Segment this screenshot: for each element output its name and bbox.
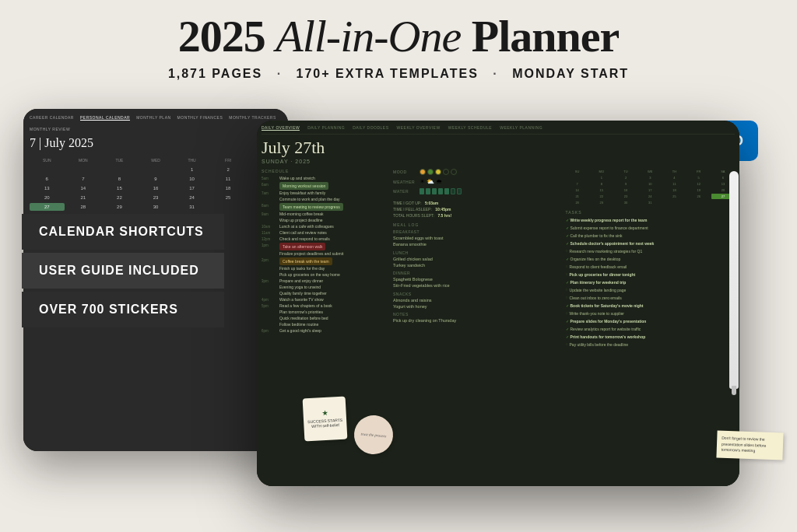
task-item: ✓ Review analytics report for website tr… [566, 327, 736, 332]
dot1: · [277, 67, 282, 80]
task-item: ○ Pick up groceries for dinner tonight [566, 272, 736, 278]
tr-time: 3pm [262, 279, 277, 283]
tr-time: 6pm [262, 329, 277, 333]
cal-cell: 7 [66, 175, 101, 183]
meal-breakfast-label: BREAKFAST [393, 229, 563, 234]
schedule-item: Quality family time together [262, 291, 390, 296]
cal-cell: 6 [30, 175, 65, 183]
tr-time: 4pm [262, 298, 277, 302]
task-label: Pay utility bills before the deadline [570, 342, 629, 348]
mc-cell: 29 [590, 200, 613, 205]
tr-date-sub: SUNDAY · 2025 [262, 159, 735, 164]
task-item: ○ Write thank-you note to supplier [566, 311, 736, 317]
mc-cell [566, 175, 589, 180]
mc-cell: 1 [590, 175, 613, 180]
sleep-fell-label: TIME I FELL ASLEEP: 10:45pm [393, 207, 563, 212]
sticky-note: Don't forget to review the presentation … [716, 430, 783, 459]
meal-item: Spaghetti Bolognese [393, 276, 563, 282]
day-tue: TUE [102, 158, 137, 163]
task-label: Write weekly progress report for the tea… [571, 218, 648, 223]
task-label: Clean out inbox to zero emails [570, 296, 622, 301]
schedule-item: Evening yoga to unwind [262, 285, 390, 290]
mood-circle-2 [427, 169, 434, 175]
water-cup [432, 188, 437, 194]
day-thu: THU [174, 158, 209, 163]
schedule-item: 7am Enjoy breakfast with family [262, 191, 390, 196]
mc-head: FR [687, 169, 711, 174]
mood-circle-3 [435, 169, 441, 175]
cal-cell: 28 [66, 203, 101, 211]
meal-item: Banana smoothie [393, 241, 563, 247]
schedule-item: 6pm Get a good night's sleep [262, 328, 390, 334]
meal-notes-label: NOTES [393, 312, 563, 317]
tr-task: Lunch at a cafe with colleagues [279, 224, 334, 229]
cal-cell: 8 [102, 175, 137, 183]
weather-rain-icon: 🌧 [436, 178, 442, 185]
sticker-success-text: SUCCESS STARTS WITH self-belief [307, 418, 344, 429]
mc-cell: 5 [687, 175, 711, 180]
schedule-item: Finish up tasks for the day [262, 266, 390, 271]
subtitle-start: MONDAY START [512, 67, 629, 80]
tr-task: Prepare and enjoy dinner [279, 278, 323, 284]
schedule-item: 5am Wake up and stretch [262, 176, 390, 181]
mc-cell: 26 [687, 194, 711, 199]
mc-cell: 28 [566, 200, 589, 205]
tr-task: Enjoy breakfast with family [279, 191, 325, 196]
schedule-item: Plan tomorrow's priorities [262, 310, 390, 315]
mc-cell: 21 [566, 194, 589, 199]
weather-icons: ☀ ⛅ 🌧 [420, 178, 442, 185]
tl-calendar-header: SUN MON TUE WED THU FRI SAT [30, 158, 282, 163]
tr-task: Get a good night's sleep [279, 328, 321, 334]
mc-cell: 23 [614, 194, 637, 199]
task-item: ○ Pay utility bills before the deadline [566, 342, 736, 348]
mood-circle-4 [443, 169, 449, 175]
tr-task: Check and respond to emails [279, 236, 330, 242]
cal-cell: 23 [139, 194, 174, 201]
subtitle: 1,871 PAGES · 170+ EXTRA TEMPLATES · MON… [87, 67, 710, 81]
title-year: 2025 [178, 11, 276, 61]
cal-cell: 13 [30, 184, 65, 192]
cal-cell: 9 [139, 175, 174, 183]
tr-time: 6am [262, 183, 277, 187]
cal-cell: 18 [211, 184, 246, 192]
mc-cell: 12 [687, 181, 711, 187]
tl-date-header: 7 | July 2025 [30, 136, 282, 150]
tr-time: 10am [262, 225, 277, 229]
task-item: ✓ Schedule doctor's appointment for next… [566, 241, 736, 247]
meal-item: Scrambled eggs with toast [393, 235, 563, 241]
task-item: ○ Research new marketing strategies for … [566, 249, 736, 254]
tr-nav: DAILY OVERVIEW DAILY PLANNING DAILY DOOD… [262, 125, 735, 135]
tr-task: Plan tomorrow's priorities [279, 310, 323, 315]
sleep-time-label: TIME I GOT UP: 5:03am [393, 201, 563, 205]
task-label: Plan itinerary for weekend trip [571, 280, 627, 285]
check-icon: ○ [566, 342, 568, 346]
cal-cell: 17 [174, 184, 209, 192]
mc-cell: 3 [638, 175, 662, 180]
tr-task: Mid-morning coffee break [279, 212, 324, 217]
tr-time: 5am [262, 177, 277, 180]
cal-cell [139, 166, 174, 173]
check-icon: ○ [566, 264, 568, 268]
mc-cell: 16 [614, 187, 637, 193]
check-icon: ○ [566, 288, 568, 292]
check-icon: ○ [566, 296, 568, 299]
tr-task: Client call and review notes [279, 230, 327, 236]
tr-task: Wrap up project deadline [279, 218, 323, 223]
day-sun: SUN [30, 158, 65, 163]
schedule-label: SCHEDULE [262, 169, 390, 173]
mc-cell: 31 [638, 200, 662, 205]
mini-calendar: SU MO TU WE TH FR SA 1 2 3 4 5 6 7 8 9 [566, 169, 736, 205]
day-wed: WED [139, 158, 174, 163]
tr-task: Quick meditation before bed [279, 316, 328, 321]
tr-time: 9am [262, 212, 277, 216]
task-label: Prepare slides for Monday's presentation [571, 319, 647, 324]
sticker-trust-text: trust the process [360, 432, 386, 438]
task-item: ✓ Call the plumber to fix the sink [566, 233, 736, 239]
mc-cell: 8 [590, 181, 613, 187]
task-item: ✓ Write weekly progress report for the t… [566, 218, 736, 223]
schedule-item: 4pm Watch a favorite TV show [262, 297, 390, 303]
tr-nav-weekly-planning: WEEKLY PLANNING [500, 125, 542, 131]
day-fri: FRI [211, 158, 246, 163]
weather-sun-icon: ☀ [420, 178, 425, 185]
schedule-item: 1pm Take an afternoon walk [262, 243, 390, 250]
